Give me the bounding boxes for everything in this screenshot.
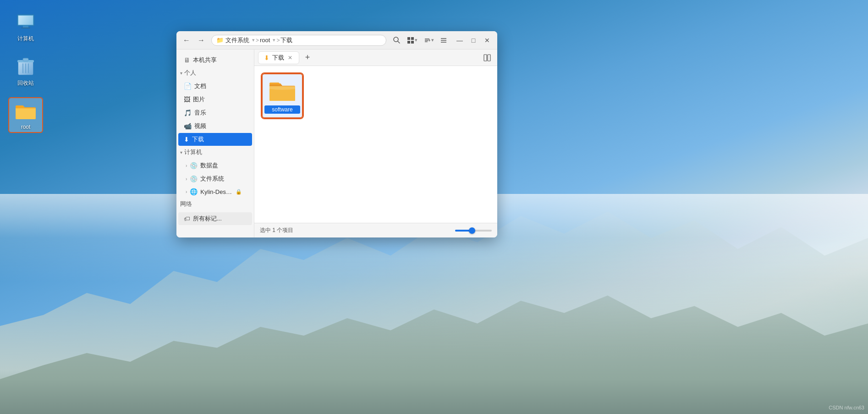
svg-line-13 bbox=[398, 41, 400, 43]
tab-layout-button[interactable] bbox=[481, 51, 494, 64]
close-button[interactable]: ✕ bbox=[481, 34, 494, 47]
images-icon: 🖼 bbox=[184, 96, 190, 103]
menu-button[interactable] bbox=[438, 34, 450, 47]
desktop-icon-computer[interactable]: 计算机 bbox=[9, 9, 42, 44]
slider-thumb[interactable] bbox=[469, 227, 475, 234]
back-button[interactable]: ← bbox=[180, 34, 193, 47]
kylin-icon: 🌐 bbox=[190, 188, 198, 195]
desktop: 计算机 bbox=[0, 0, 868, 414]
computer-icon-label: 计算机 bbox=[17, 35, 34, 43]
local-share-icon: 🖥 bbox=[184, 56, 190, 64]
file-manager-window: ← → 📁 文件系统 ▾ > root ▾ > 下载 bbox=[176, 31, 497, 237]
tab-downloads-label: 下载 bbox=[272, 54, 284, 62]
sidebar-item-downloads[interactable]: ⬇ 下载 bbox=[178, 133, 252, 146]
view-controls: ▾ ▾ bbox=[405, 34, 450, 47]
breadcrumb-item-filesystem[interactable]: 📁 文件系统 ▾ bbox=[216, 36, 255, 44]
desktop-icon-trash[interactable]: 回收站 bbox=[9, 54, 42, 89]
filesystem-chevron-icon: › bbox=[186, 177, 187, 182]
breadcrumb-item-downloads[interactable]: 下载 bbox=[280, 36, 292, 44]
maximize-button[interactable]: □ bbox=[467, 34, 480, 47]
svg-rect-25 bbox=[488, 55, 490, 61]
sidebar-item-filesystem[interactable]: › 💿 文件系统 bbox=[178, 172, 252, 185]
slider-track[interactable] bbox=[455, 230, 492, 232]
network-section-label: 网络 bbox=[180, 200, 192, 208]
all-tags-label: 所有标记... bbox=[193, 215, 222, 223]
main-file-area: software bbox=[254, 66, 497, 223]
video-label: 视频 bbox=[194, 122, 206, 130]
content-area: 🖥 本机共享 ▾ 个人 📄 文档 🖼 图片 🎵 bbox=[176, 50, 497, 237]
minimize-button[interactable]: — bbox=[453, 34, 466, 47]
svg-rect-14 bbox=[407, 37, 410, 40]
trash-icon-label: 回收站 bbox=[17, 79, 34, 87]
desktop-icons: 计算机 bbox=[9, 9, 42, 132]
window-controls: — □ ✕ bbox=[453, 34, 494, 47]
sidebar-local-share-label: 本机共享 bbox=[193, 56, 217, 64]
file-grid: software bbox=[254, 66, 497, 223]
root-folder-label: root bbox=[21, 124, 31, 130]
title-bar: ← → 📁 文件系统 ▾ > root ▾ > 下载 bbox=[176, 31, 497, 50]
kylin-lock-icon: 🔒 bbox=[236, 189, 242, 195]
images-label: 图片 bbox=[193, 95, 205, 104]
watermark: CSDN nfw.cn63 bbox=[829, 405, 864, 410]
sidebar-item-local-share[interactable]: 🖥 本机共享 bbox=[178, 54, 252, 66]
svg-rect-3 bbox=[23, 26, 28, 28]
personal-chevron-icon: ▾ bbox=[180, 71, 182, 76]
svg-rect-8 bbox=[23, 58, 28, 61]
tab-bar: ⬇ 下载 ✕ + bbox=[254, 50, 497, 66]
search-button[interactable] bbox=[390, 34, 403, 47]
sidebar-section-computer[interactable]: ▾ 计算机 bbox=[176, 146, 254, 159]
video-icon: 📹 bbox=[184, 122, 192, 130]
sidebar-item-music[interactable]: 🎵 音乐 bbox=[178, 106, 252, 119]
sidebar: 🖥 本机共享 ▾ 个人 📄 文档 🖼 图片 🎵 bbox=[176, 50, 254, 237]
sidebar-item-video[interactable]: 📹 视频 bbox=[178, 120, 252, 132]
sidebar-section-network[interactable]: 网络 bbox=[176, 198, 254, 210]
root-folder-icon bbox=[15, 100, 37, 122]
sidebar-item-all-tags[interactable]: 🏷 所有标记... bbox=[178, 212, 252, 225]
kylin-chevron-icon: › bbox=[186, 189, 187, 194]
svg-rect-16 bbox=[407, 41, 410, 44]
music-icon: 🎵 bbox=[184, 109, 192, 116]
computer-icon bbox=[15, 11, 37, 33]
sidebar-section-personal[interactable]: ▾ 个人 bbox=[176, 67, 254, 79]
right-panel: ⬇ 下载 ✕ + bbox=[254, 50, 497, 237]
data-disk-chevron-icon: › bbox=[186, 163, 187, 168]
sidebar-item-data-disk[interactable]: › 💿 数据盘 bbox=[178, 159, 252, 172]
sidebar-item-docs[interactable]: 📄 文档 bbox=[178, 80, 252, 93]
slider-fill bbox=[455, 230, 470, 232]
file-item-software[interactable]: software bbox=[262, 73, 303, 118]
zoom-slider[interactable] bbox=[455, 230, 492, 232]
breadcrumb[interactable]: 📁 文件系统 ▾ > root ▾ > 下载 bbox=[211, 35, 386, 46]
filesystem-icon: 💿 bbox=[190, 175, 198, 182]
svg-rect-17 bbox=[411, 41, 414, 44]
breadcrumb-sep-1: > bbox=[256, 37, 259, 44]
tab-downloads[interactable]: ⬇ 下载 ✕ bbox=[258, 51, 299, 64]
trash-icon bbox=[15, 55, 37, 77]
downloads-icon: ⬇ bbox=[184, 136, 189, 143]
breadcrumb-item-root[interactable]: root ▾ bbox=[260, 37, 275, 44]
filesystem-label: 文件系统 bbox=[200, 175, 224, 183]
computer-section-label: 计算机 bbox=[184, 149, 202, 156]
svg-rect-24 bbox=[484, 55, 487, 61]
sort-button[interactable]: ▾ bbox=[421, 34, 437, 47]
breadcrumb-sep-2: > bbox=[276, 37, 280, 44]
docs-label: 文档 bbox=[194, 82, 206, 90]
sidebar-item-images[interactable]: 🖼 图片 bbox=[178, 93, 252, 106]
sidebar-item-kylin[interactable]: › 🌐 Kylin-Des… 🔒 bbox=[178, 186, 252, 198]
all-tags-icon: 🏷 bbox=[184, 215, 190, 222]
personal-section-label: 个人 bbox=[184, 69, 196, 77]
grid-view-button[interactable]: ▾ bbox=[405, 34, 420, 47]
software-folder-name: software bbox=[264, 105, 300, 114]
svg-rect-15 bbox=[411, 37, 414, 40]
downloads-label: 下载 bbox=[192, 135, 204, 144]
data-disk-icon: 💿 bbox=[190, 162, 198, 169]
kylin-label: Kylin-Des… bbox=[200, 188, 232, 195]
desktop-icon-root[interactable]: root bbox=[9, 98, 42, 132]
software-folder-icon bbox=[268, 78, 297, 104]
tab-add-button[interactable]: + bbox=[301, 51, 314, 64]
status-text: 选中 1 个项目 bbox=[260, 226, 293, 234]
svg-rect-2 bbox=[18, 16, 33, 25]
data-disk-label: 数据盘 bbox=[200, 161, 218, 170]
tab-close-button[interactable]: ✕ bbox=[287, 54, 293, 61]
forward-button[interactable]: → bbox=[195, 34, 208, 47]
music-label: 音乐 bbox=[194, 109, 206, 117]
